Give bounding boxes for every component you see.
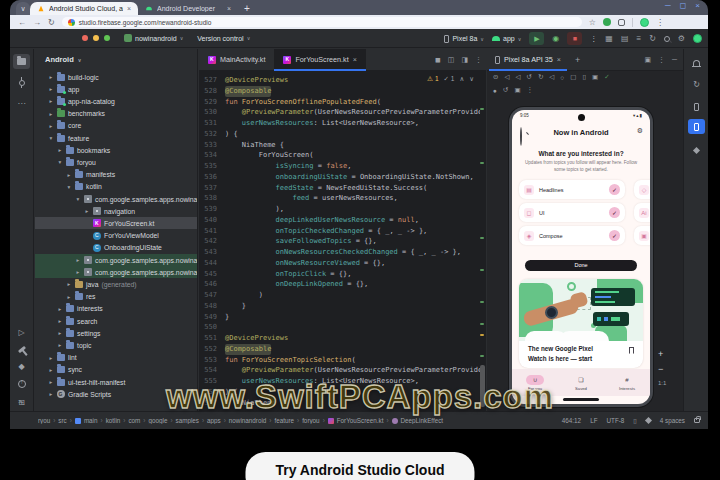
project-tree-item[interactable]: ▸manifests — [35, 169, 197, 181]
code-line[interactable]: 554 @PreviewParameter(UserNewsResourcePr… — [199, 365, 480, 376]
bookmark-icon[interactable] — [629, 347, 634, 354]
tab-close-icon[interactable]: × — [353, 55, 357, 64]
address-bar[interactable]: studio.firebase.google.com/newandroid-st… — [62, 17, 582, 27]
project-tree-item[interactable]: ▾feature — [35, 132, 197, 144]
code-line[interactable]: 549} — [199, 312, 480, 323]
topic-chip-partial[interactable]: ◇ — [634, 180, 650, 199]
code-line[interactable]: 531 userNewsResources: List<UserNewsReso… — [199, 118, 480, 129]
project-tree-item[interactable]: ForYouScreen.kt — [35, 217, 197, 229]
profiler-icon[interactable]: ▦ — [605, 34, 613, 43]
mode-design-icon[interactable]: ◨ — [461, 56, 468, 64]
file-encoding[interactable]: UTF-8 — [606, 417, 624, 424]
project-tree-item[interactable]: ▸topic — [35, 339, 197, 351]
breadcrumb[interactable]: ryou›src›main›kotlin›com›google›samples›… — [38, 417, 562, 424]
gradle-tool-icon[interactable]: ↻ — [688, 77, 705, 92]
breadcrumb-item[interactable]: kotlin — [106, 417, 121, 424]
project-tree-item[interactable]: ▸app-nia-catalog — [35, 95, 197, 107]
code-line[interactable]: 538 feed = userNewsResources, — [199, 193, 480, 204]
project-tree-item[interactable]: ▸interests — [35, 303, 197, 315]
code-line[interactable]: 528@Composable — [199, 86, 480, 97]
breadcrumb-item[interactable]: feature — [274, 417, 294, 424]
mode-split-icon[interactable]: ◫ — [448, 56, 455, 64]
project-tree-item[interactable]: ▸res — [35, 291, 197, 303]
topic-chip[interactable]: ◈Compose✓ — [519, 226, 625, 245]
close-light[interactable] — [82, 35, 88, 41]
breadcrumb-item[interactable]: main — [84, 417, 98, 424]
minimize-button[interactable]: ─ — [665, 1, 671, 10]
mode-code-icon[interactable]: ◼ — [435, 56, 441, 64]
topic-chip[interactable]: ▤Headlines✓ — [519, 180, 625, 199]
code-line[interactable]: 550 — [199, 322, 480, 333]
topic-chip[interactable]: ◻UI✓ — [519, 203, 625, 222]
tab-search-icon[interactable]: ∨ — [16, 2, 30, 15]
indent-setting[interactable]: 4 spaces — [660, 417, 685, 424]
code-line[interactable]: 532) { — [199, 129, 480, 140]
browser-tab-inactive[interactable]: Android Developer × — [138, 2, 238, 15]
breadcrumb-item[interactable]: nowinandroid — [229, 417, 266, 424]
breadcrumb-item[interactable]: ryou — [38, 417, 50, 424]
run-tool-icon[interactable]: ▷ — [13, 325, 30, 340]
volume-up-icon[interactable]: ◁ — [515, 73, 520, 81]
tab-close-icon[interactable]: × — [227, 5, 231, 12]
project-tool-icon[interactable] — [13, 54, 30, 69]
reader-mode-icon[interactable]: ▯ — [633, 417, 636, 424]
topic-chip-partial[interactable]: Ai — [634, 203, 650, 222]
volume-down-icon[interactable]: ◁ — [504, 73, 509, 81]
run-button[interactable]: ▶ — [529, 32, 544, 45]
code-line[interactable]: 535 isSyncing = false, — [199, 161, 480, 172]
project-tree-item[interactable]: ▸lint — [35, 352, 197, 364]
line-ending[interactable]: LF — [590, 417, 597, 424]
fold-icon[interactable]: ▯ — [582, 73, 586, 81]
project-tree-item[interactable]: ▾foryou — [35, 156, 197, 168]
project-tree-item[interactable]: ▸build-logic — [35, 71, 197, 83]
code-line[interactable]: 533 NiaTheme { — [199, 140, 480, 151]
project-tree-item[interactable]: ▾kotlin — [35, 181, 197, 193]
build-tool-icon[interactable] — [13, 342, 30, 357]
zoom-in-button[interactable]: + — [658, 349, 663, 359]
code-line[interactable]: 537 feedState = NewsFeedUiState.Success( — [199, 183, 480, 194]
device-tab-active[interactable]: Pixel 8a API 35 × — [487, 49, 569, 70]
project-view-selector[interactable]: Android∨ — [45, 55, 81, 64]
maximize-light[interactable] — [104, 35, 110, 41]
profile-avatar[interactable] — [640, 18, 649, 27]
float-window-icon[interactable]: ▣ — [644, 56, 651, 64]
todo-icon[interactable]: ≡ — [636, 34, 641, 43]
editor-tab-active[interactable]: ForYouScreen.kt × — [274, 49, 365, 70]
extensions-puzzle-icon[interactable] — [618, 19, 625, 26]
device-selector[interactable]: Pixel 8a ∨ — [444, 35, 484, 43]
project-tree-item[interactable]: ▸benchmarks — [35, 108, 197, 120]
project-switcher[interactable]: nowinandroid ∨ — [124, 34, 183, 42]
close-button[interactable]: × — [695, 1, 700, 10]
code-line[interactable]: 530 @PreviewParameter(UserNewsResourcePr… — [199, 107, 480, 118]
notifications-bell-icon[interactable] — [688, 55, 705, 70]
topic-checked-icon[interactable]: ✓ — [609, 184, 620, 195]
forward-icon[interactable]: → — [33, 18, 41, 27]
breadcrumb-item[interactable]: apps — [207, 417, 221, 424]
code-line[interactable]: 545 onTopicClick = {}, — [199, 269, 480, 280]
code-line[interactable]: 547 ) — [199, 290, 480, 301]
topic-chip-partial[interactable]: ▣ — [634, 226, 650, 245]
editor-tab[interactable]: MainActivity.kt — [199, 49, 274, 70]
code-line[interactable]: 541 onTopicCheckedChanged = { _, _ -> }, — [199, 226, 480, 237]
reload-icon[interactable]: ↻ — [48, 18, 55, 27]
ai-sparkle-icon[interactable] — [645, 417, 652, 424]
record-icon[interactable]: ● — [493, 87, 497, 94]
extension-icon[interactable] — [603, 18, 611, 26]
power-icon[interactable]: ⊙ — [493, 73, 498, 81]
code-line[interactable]: 534 ForYouScreen( — [199, 150, 480, 161]
new-tab-button[interactable]: + — [244, 2, 250, 15]
project-tree-item[interactable]: ▸core — [35, 120, 197, 132]
editor-options-icon[interactable]: ⋮ — [475, 56, 482, 64]
code-line[interactable]: 536 onboardingUiState = OnboardingUiStat… — [199, 172, 480, 183]
code-line[interactable]: 527@DevicePreviews — [199, 75, 480, 86]
unlocked-icon[interactable] — [694, 418, 700, 423]
code-line[interactable]: 539 ), — [199, 204, 480, 215]
panel-options-icon[interactable]: ⋮ — [658, 56, 665, 64]
minimize-light[interactable] — [93, 35, 99, 41]
try-android-studio-cloud-button[interactable]: Try Android Studio Cloud — [245, 452, 474, 480]
breadcrumb-item[interactable]: foryou — [302, 417, 320, 424]
project-tree-item[interactable]: ▸settings — [35, 327, 197, 339]
breadcrumb-item[interactable]: DeepLinkEffect — [401, 417, 444, 424]
news-card[interactable]: The new Google Pixel Watch is here — sta… — [519, 279, 643, 368]
breadcrumb-item[interactable]: ForYouScreen.kt — [337, 417, 384, 424]
